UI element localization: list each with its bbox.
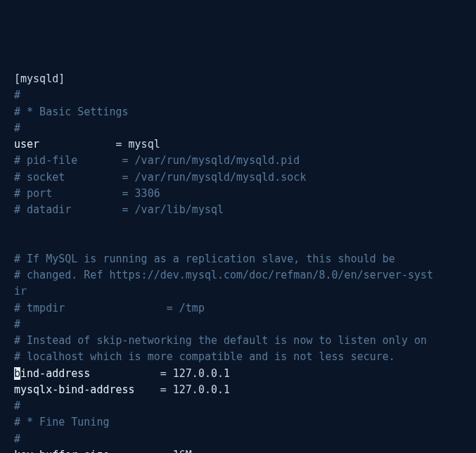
config-setting-user: user = mysql <box>14 136 476 153</box>
equals: = <box>116 138 129 151</box>
equals: = <box>160 367 173 380</box>
comment-line: # pid-file = /var/run/mysqld/mysqld.pid <box>14 153 476 169</box>
comment-line: # <box>14 317 476 333</box>
setting-value: 127.0.0.1 <box>173 367 230 380</box>
terminal-editor[interactable]: [mysqld]## * Basic Settings#user = mysql… <box>14 71 476 453</box>
config-setting-key-buffer: key_buffer_size = 16M <box>14 447 476 453</box>
blank-line <box>14 218 476 234</box>
setting-value: 16M <box>173 449 192 453</box>
comment-line: # <box>14 431 476 447</box>
comment-line: # tmpdir = /tmp <box>14 300 476 317</box>
editor-cursor: b <box>14 367 20 380</box>
comment-line: # socket = /var/run/mysqld/mysqld.sock <box>14 170 476 186</box>
setting-key: mysqlx-bind-address <box>14 383 160 396</box>
equals: = <box>160 383 173 396</box>
comment-line: # datadir = /var/lib/mysql <box>14 202 476 218</box>
setting-key: key_buffer_size <box>14 449 160 453</box>
config-setting-bind-address: bind-address = 127.0.0.1 <box>14 366 476 382</box>
config-setting-mysqlx-bind: mysqlx-bind-address = 127.0.0.1 <box>14 382 476 398</box>
comment-line: # * Basic Settings <box>14 104 476 120</box>
comment-line: # changed. Ref https://dev.mysql.com/doc… <box>14 267 476 283</box>
comment-line: # Instead of skip-networking the default… <box>14 333 476 349</box>
blank-line <box>14 235 476 251</box>
setting-key: user <box>14 138 116 151</box>
comment-line: ir <box>14 283 476 300</box>
comment-line: # <box>14 87 476 103</box>
setting-value: mysql <box>129 138 160 151</box>
comment-line: # If MySQL is running as a replication s… <box>14 251 476 267</box>
comment-line: # * Fine Tuning <box>14 414 476 430</box>
comment-line: # port = 3306 <box>14 186 476 202</box>
comment-line: # localhost which is more compatible and… <box>14 349 476 365</box>
section-header: [mysqld] <box>14 71 476 87</box>
setting-value: 127.0.0.1 <box>173 383 230 396</box>
setting-key: ind-address <box>20 367 160 380</box>
equals: = <box>160 449 173 453</box>
comment-line: # <box>14 398 476 414</box>
comment-line: # <box>14 120 476 136</box>
